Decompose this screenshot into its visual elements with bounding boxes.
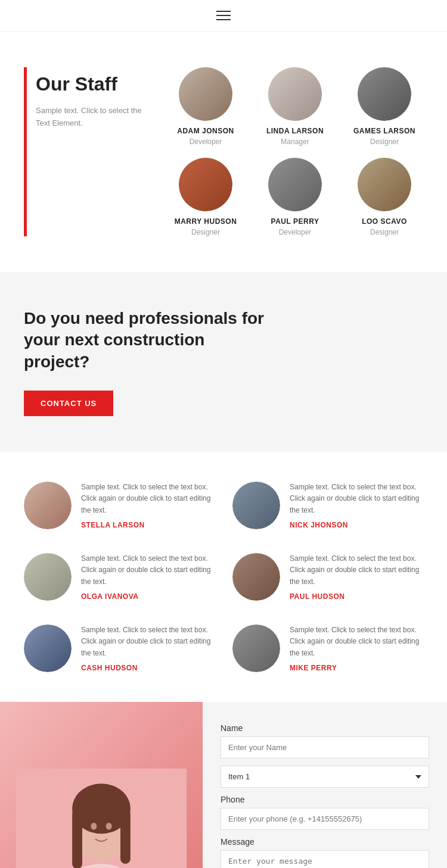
team-member-name: STELLA LARSON [81, 521, 215, 529]
staff-member-name: PAUL PERRY [256, 217, 334, 226]
avatar-image [268, 67, 322, 121]
staff-card: PAUL PERRY Developer [256, 158, 334, 236]
team-avatar [232, 553, 280, 601]
staff-card: MARRY HUDSON Designer [167, 158, 244, 236]
staff-card: GAMES LARSON Designer [346, 67, 423, 146]
contact-image [0, 702, 203, 868]
staff-member-role: Developer [256, 228, 334, 236]
team-member-desc: Sample text. Click to select the text bo… [290, 625, 423, 659]
team-info: Sample text. Click to select the text bo… [81, 482, 215, 529]
contact-us-button[interactable]: CONTACT US [24, 391, 113, 416]
avatar-image [179, 67, 232, 121]
phone-label: Phone [221, 795, 429, 804]
phone-input[interactable] [221, 808, 429, 830]
staff-card: LOO SCAVO Designer [346, 158, 423, 236]
team-grid: Sample text. Click to select the text bo… [24, 482, 423, 672]
team-member-item: Sample text. Click to select the text bo… [24, 482, 215, 529]
staff-member-role: Designer [346, 228, 423, 236]
contact-form: Name Item 1Item 2Item 3 Phone Message SU… [203, 702, 447, 868]
team-member-desc: Sample text. Click to select the text bo… [290, 482, 423, 516]
message-input[interactable] [221, 850, 429, 868]
team-member-desc: Sample text. Click to select the text bo… [290, 553, 423, 588]
svg-point-9 [91, 823, 97, 830]
item-dropdown[interactable]: Item 1Item 2Item 3 [221, 766, 429, 788]
avatar-image [358, 67, 411, 121]
message-label: Message [221, 837, 429, 847]
staff-member-name: ADAM JONSON [167, 127, 244, 135]
team-member-desc: Sample text. Click to select the text bo… [81, 482, 215, 516]
team-member-name: MIKE PERRY [290, 664, 423, 672]
staff-section: Our Staff Sample text. Click to select t… [0, 32, 447, 272]
menu-icon[interactable] [216, 11, 231, 20]
team-avatar-image [232, 553, 280, 601]
staff-avatar [179, 67, 232, 121]
avatar-image [358, 158, 411, 211]
staff-member-name: GAMES LARSON [346, 127, 423, 135]
team-member-desc: Sample text. Click to select the text bo… [81, 553, 215, 588]
team-member-name: CASH HUDSON [81, 664, 215, 672]
team-info: Sample text. Click to select the text bo… [81, 553, 215, 601]
staff-description: Sample text. Click to select the Text El… [36, 105, 155, 130]
cta-section: Do you need professionals for your next … [0, 272, 447, 452]
team-member-item: Sample text. Click to select the text bo… [232, 482, 423, 529]
team-avatar [232, 625, 280, 672]
team-info: Sample text. Click to select the text bo… [81, 625, 215, 672]
staff-avatar [268, 158, 322, 211]
staff-avatar [358, 67, 411, 121]
team-avatar [24, 625, 72, 672]
staff-avatar [179, 158, 232, 211]
name-label: Name [221, 723, 429, 733]
team-avatar [24, 553, 72, 601]
staff-member-name: MARRY HUDSON [167, 217, 244, 226]
team-member-item: Sample text. Click to select the text bo… [232, 625, 423, 672]
team-section: Sample text. Click to select the text bo… [0, 452, 447, 702]
staff-left: Our Staff Sample text. Click to select t… [24, 67, 155, 236]
team-info: Sample text. Click to select the text bo… [290, 482, 423, 529]
team-info: Sample text. Click to select the text bo… [290, 553, 423, 601]
team-member-name: OLGA IVANOVA [81, 592, 215, 601]
staff-member-role: Designer [346, 138, 423, 146]
team-member-name: NICK JHONSON [290, 521, 423, 529]
staff-member-role: Developer [167, 138, 244, 146]
cta-title: Do you need professionals for your next … [24, 308, 274, 373]
team-member-item: Sample text. Click to select the text bo… [24, 553, 215, 601]
team-member-name: PAUL HUDSON [290, 592, 423, 601]
avatar-image [179, 158, 232, 211]
staff-card: LINDA LARSON Manager [256, 67, 334, 146]
team-avatar [24, 482, 72, 529]
svg-point-10 [106, 823, 112, 830]
svg-rect-4 [72, 809, 82, 868]
staff-grid: ADAM JONSON Developer LINDA LARSON Manag… [167, 67, 423, 236]
team-avatar-image [24, 482, 72, 529]
team-avatar-image [232, 482, 280, 529]
staff-member-role: Designer [167, 228, 244, 236]
team-avatar-image [232, 625, 280, 672]
staff-member-name: LOO SCAVO [346, 217, 423, 226]
team-member-item: Sample text. Click to select the text bo… [232, 553, 423, 601]
svg-rect-5 [120, 809, 131, 864]
staff-avatar [268, 67, 322, 121]
avatar-image [268, 158, 322, 211]
team-avatar-image [24, 625, 72, 672]
staff-member-role: Manager [256, 138, 334, 146]
header [0, 0, 447, 32]
team-avatar [232, 482, 280, 529]
team-info: Sample text. Click to select the text bo… [290, 625, 423, 672]
team-avatar-image [24, 553, 72, 601]
staff-avatar [358, 158, 411, 211]
staff-title: Our Staff [36, 73, 155, 95]
staff-member-name: LINDA LARSON [256, 127, 334, 135]
staff-card: ADAM JONSON Developer [167, 67, 244, 146]
contact-section: Name Item 1Item 2Item 3 Phone Message SU… [0, 702, 447, 868]
name-input[interactable] [221, 736, 429, 758]
team-member-item: Sample text. Click to select the text bo… [24, 625, 215, 672]
team-member-desc: Sample text. Click to select the text bo… [81, 625, 215, 659]
